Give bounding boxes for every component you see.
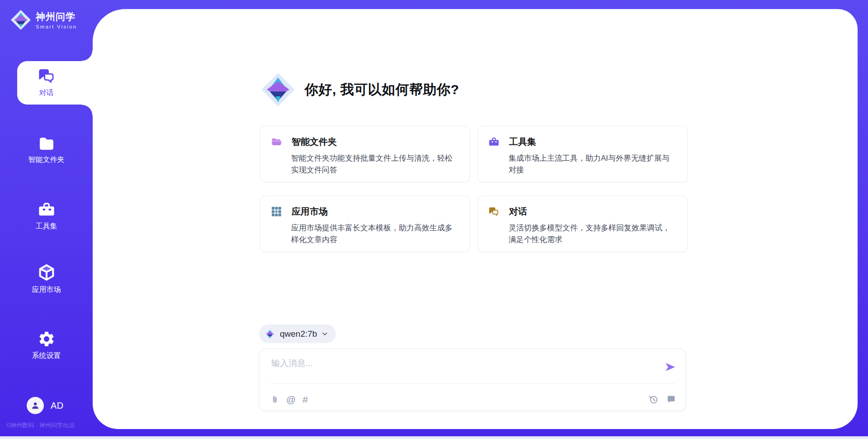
grid-icon [271, 206, 282, 217]
screen-bottom-edge [0, 436, 868, 439]
card-description: 灵活切换多模型文件，支持多样回复效果调试，满足个性化需求 [509, 222, 676, 245]
model-name: qwen2:7b [280, 329, 317, 339]
folder-open-icon [271, 136, 282, 148]
sidebar-item-label: 应用市场 [32, 285, 61, 295]
feature-cards: 智能文件夹 智能文件夹功能支持批量文件上传与清洗，轻松实现文件问答 工具集 集成… [260, 126, 688, 252]
brand-name: 神州问学 [36, 10, 77, 23]
card-app-market[interactable]: 应用市场 应用市场提供丰富长文本模板，助力高效生成多样化文章内容 [260, 196, 470, 252]
greeting: 你好, 我可以如何帮助你? [260, 72, 459, 108]
card-toolset[interactable]: 工具集 集成市场上主流工具，助力AI与外界无缝扩展与对接 [477, 126, 688, 182]
sidebar-item-chat[interactable]: 对话 [0, 67, 93, 98]
sidebar-item-folders[interactable]: 智能文件夹 [0, 134, 93, 165]
cube-icon [37, 263, 56, 282]
user-icon [30, 401, 40, 410]
paperclip-icon [270, 395, 279, 405]
sidebar-item-tools[interactable]: 工具集 [0, 200, 93, 231]
sidebar-item-market[interactable]: 应用市场 [0, 263, 93, 295]
user-initials: AD [51, 401, 64, 411]
history-button[interactable] [648, 394, 659, 405]
avatar [27, 397, 44, 414]
toolbox-icon [38, 200, 56, 219]
card-description: 集成市场上主流工具，助力AI与外界无缝扩展与对接 [509, 153, 676, 176]
message-input[interactable] [271, 356, 642, 371]
attachment-button[interactable] [270, 395, 279, 405]
composer-tools-left: @ # [270, 395, 308, 405]
card-title: 应用市场 [292, 205, 328, 218]
brand-subtitle: Smart Vision [36, 24, 77, 29]
message-bubble-icon [666, 394, 676, 405]
card-smart-folder[interactable]: 智能文件夹 智能文件夹功能支持批量文件上传与清洗，轻松实现文件问答 [260, 126, 470, 182]
brand-logo: 神州问学 Smart Vision [10, 9, 77, 31]
card-description: 应用市场提供丰富长文本模板，助力高效生成多样化文章内容 [291, 222, 459, 245]
model-selector[interactable]: qwen2:7b [259, 324, 336, 343]
sidebar-item-label: 系统设置 [32, 351, 61, 361]
hashtag-button[interactable]: # [302, 395, 308, 405]
brand-gem-icon [10, 9, 32, 31]
toolbox-icon [488, 136, 500, 148]
sidebar-item-settings[interactable]: 系统设置 [0, 330, 93, 361]
sidebar-item-label: 对话 [39, 88, 54, 98]
sidebar-item-label: 智能文件夹 [28, 155, 65, 165]
mention-button[interactable]: @ [286, 395, 296, 405]
history-clock-icon [648, 394, 659, 405]
hash-icon: # [302, 395, 308, 405]
at-icon: @ [286, 395, 296, 405]
send-icon [664, 361, 676, 373]
assistant-gem-icon [260, 72, 296, 108]
card-title: 对话 [509, 205, 527, 218]
chat-icon [38, 67, 56, 85]
chat-icon [488, 206, 500, 217]
chevron-down-icon [321, 330, 329, 338]
greeting-text: 你好, 我可以如何帮助你? [305, 81, 459, 99]
model-gem-icon [264, 328, 276, 340]
card-title: 智能文件夹 [292, 136, 337, 148]
card-description: 智能文件夹功能支持批量文件上传与清洗，轻松实现文件问答 [291, 153, 459, 176]
composer-divider [269, 383, 675, 384]
quick-phrases-button[interactable] [666, 394, 676, 405]
sidebar-item-label: 工具集 [36, 222, 57, 231]
composer-tools-right [648, 394, 676, 405]
send-button[interactable] [664, 361, 676, 373]
card-title: 工具集 [509, 136, 536, 148]
message-composer: @ # [259, 348, 686, 411]
folder-icon [38, 134, 56, 152]
gear-icon [38, 330, 56, 348]
card-chat[interactable]: 对话 灵活切换多模型文件，支持多样回复效果调试，满足个性化需求 [477, 196, 688, 252]
sidebar-footer: ©神州数码 · 神州问学出品 [6, 421, 92, 429]
user-menu[interactable]: AD [27, 397, 64, 414]
sidebar: 神州问学 Smart Vision 对话 智能文件夹 工具集 应用市场 系统设置 [0, 0, 93, 439]
